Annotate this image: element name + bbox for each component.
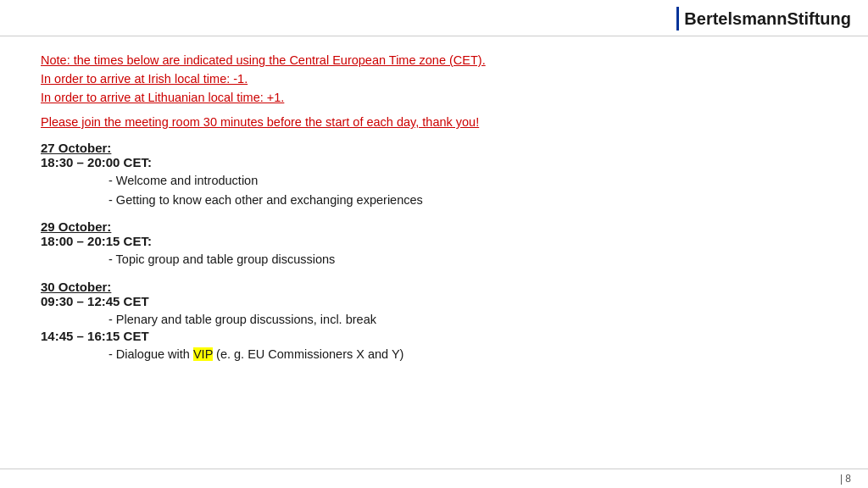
day-title-30-oct: 30 October:: [41, 280, 827, 294]
agenda-item-vip: - Dialogue with VIP (e. g. EU Commission…: [108, 345, 827, 363]
time-block-30-oct-1445: 14:45 – 16:15 CET: [41, 329, 827, 343]
agenda-items-29-oct: - Topic group and table group discussion…: [108, 250, 827, 269]
note-line-2: In order to arrive at Irish local time: …: [41, 70, 827, 89]
day-block-30-oct: 30 October: 09:30 – 12:45 CET - Plenary …: [41, 280, 827, 364]
agenda-item: - Getting to know each other and exchang…: [108, 191, 827, 209]
time-block-27-oct-1830: 18:30 – 20:00 CET:: [41, 155, 827, 169]
agenda-items-30-oct-afternoon: - Dialogue with VIP (e. g. EU Commission…: [108, 345, 827, 363]
top-bar: BertelsmannStiftung: [0, 0, 868, 36]
logo-divider-icon: [676, 7, 679, 30]
day-title-27-oct: 27 October:: [41, 141, 827, 155]
bottom-bar: | 8: [0, 469, 868, 488]
vip-before-text: - Dialogue with: [108, 347, 193, 361]
agenda-item: - Plenary and table group discussions, i…: [108, 310, 827, 329]
day-title-29-oct: 29 October:: [41, 219, 827, 234]
logo-normal: Bertelsmann: [684, 9, 787, 28]
join-notice: Please join the meeting room 30 minutes …: [41, 115, 827, 129]
time-block-29-oct-1800: 18:00 – 20:15 CET:: [41, 234, 827, 248]
day-block-29-oct: 29 October: 18:00 – 20:15 CET: - Topic g…: [41, 219, 827, 269]
main-content: Note: the times below are indicated usin…: [0, 36, 868, 383]
logo-area: BertelsmannStiftung: [676, 7, 851, 30]
time-block-30-oct-0930: 09:30 – 12:45 CET: [41, 294, 827, 308]
schedule: 27 October: 18:30 – 20:00 CET: - Welcome…: [41, 141, 827, 363]
agenda-item: - Welcome and introduction: [108, 171, 827, 190]
vip-after-text: (e. g. EU Commissioners X and Y): [213, 347, 403, 361]
logo-bold: Stiftung: [787, 9, 851, 28]
vip-highlight: VIP: [193, 347, 213, 361]
agenda-items-30-oct-morning: - Plenary and table group discussions, i…: [108, 310, 827, 329]
page-number: | 8: [840, 473, 851, 485]
logo-text: BertelsmannStiftung: [684, 9, 851, 29]
note-line-3: In order to arrive at Lithuanian local t…: [41, 89, 827, 108]
notes-section: Note: the times below are indicated usin…: [41, 52, 827, 129]
agenda-items-27-oct: - Welcome and introduction - Getting to …: [108, 171, 827, 209]
note-line-1: Note: the times below are indicated usin…: [41, 52, 827, 70]
day-block-27-oct: 27 October: 18:30 – 20:00 CET: - Welcome…: [41, 141, 827, 209]
agenda-item: - Topic group and table group discussion…: [108, 250, 827, 269]
page-wrapper: BertelsmannStiftung Note: the times belo…: [0, 0, 868, 488]
